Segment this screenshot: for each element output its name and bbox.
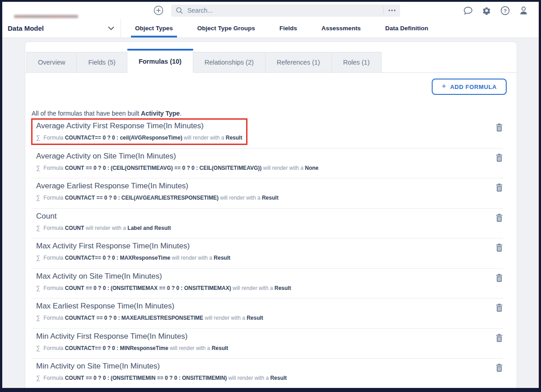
tab[interactable]: Relationships (2) <box>193 52 266 73</box>
formula-title: Min Activity First Response Time(In Minu… <box>36 332 228 341</box>
formula-description: ∑Formula COUNT == 0 ? 0 : (CEIL(ONSITETI… <box>36 164 318 171</box>
user-icon[interactable] <box>518 5 529 16</box>
formula-prefix-label: Formula <box>43 375 63 381</box>
nav-item-label: Assessments <box>322 25 361 32</box>
formula-content: Count ∑Formula COUNT will render with a … <box>31 209 176 231</box>
search-box[interactable] <box>171 5 400 17</box>
search-icon <box>176 7 183 14</box>
sigma-icon: ∑ <box>36 224 40 231</box>
formula-list-item[interactable]: Average Earliest Response Time(In Minute… <box>31 178 503 209</box>
formula-render-type: Result <box>226 135 243 141</box>
formula-expression: COUNTACT == 0 ? 0 : MAXEARLIESTRESPONSET… <box>65 315 203 321</box>
formula-title: Max Activity First Response Time(In Minu… <box>36 242 230 251</box>
formula-content: Average Earliest Response Time(In Minute… <box>31 178 284 201</box>
app-window: ? Data Model Object Types Object Type Gr… <box>2 2 539 388</box>
formula-middle-label: will render with a <box>227 375 270 381</box>
formula-expression: COUNTACT== 0 ? 0 : MAXResponseTime <box>65 255 171 261</box>
formula-middle-label: will render with a <box>203 315 247 321</box>
formula-content: Min Activity First Response Time(In Minu… <box>31 329 233 351</box>
delete-formula-icon[interactable] <box>495 303 503 312</box>
formula-title: Max Activity on Site Time(In Minutes) <box>36 272 291 281</box>
add-icon[interactable] <box>153 5 164 16</box>
nav-item[interactable]: Data Definition <box>373 19 440 37</box>
sigma-icon: ∑ <box>36 345 40 351</box>
chat-icon[interactable] <box>462 5 473 16</box>
formula-prefix-label: Formula <box>43 135 63 141</box>
add-formula-button-label: ADD FORMULA <box>450 84 497 90</box>
tab[interactable]: Overview <box>26 52 77 73</box>
formula-title: Max Earliest Response Time(In Minutes) <box>36 302 263 311</box>
formula-middle-label: will render with a <box>261 165 305 171</box>
nav-item-list: Object Types Object Type Groups Fields A… <box>123 19 440 37</box>
topbar-icon-group: ? <box>462 5 539 16</box>
formula-description: ∑Formula COUNT will render with a Label … <box>36 224 171 231</box>
formula-render-type: Result <box>214 255 230 261</box>
nav-item-label: Fields <box>280 25 297 32</box>
data-model-dropdown-label: Data Model <box>8 24 44 32</box>
tab-label: Overview <box>38 59 65 66</box>
delete-formula-icon[interactable] <box>495 334 503 342</box>
sigma-icon: ∑ <box>36 374 40 381</box>
sigma-icon: ∑ <box>36 134 40 141</box>
module-nav-bar: Data Model Object Types Object Type Grou… <box>2 19 539 38</box>
settings-icon[interactable] <box>481 5 492 16</box>
tab[interactable]: Formulas (10) <box>127 49 193 73</box>
formula-middle-label: will render with a <box>84 225 127 231</box>
add-formula-button[interactable]: + ADD FORMULA <box>432 79 507 95</box>
formula-list-item[interactable]: Average Activity First Response Time(In … <box>31 118 503 149</box>
tab[interactable]: Fields (5) <box>77 52 127 73</box>
formula-list-item[interactable]: Count ∑Formula COUNT will render with a … <box>31 209 503 239</box>
tab-label: Fields (5) <box>88 59 115 66</box>
delete-formula-icon[interactable] <box>495 243 503 252</box>
formula-title: Average Activity on Site Time(In Minutes… <box>36 152 318 161</box>
formula-list: Average Activity First Response Time(In … <box>31 118 503 388</box>
delete-formula-icon[interactable] <box>495 274 503 282</box>
nav-item[interactable]: Object Type Groups <box>185 19 267 37</box>
search-input[interactable] <box>187 6 383 14</box>
formula-title: Average Activity First Response Time(In … <box>36 121 242 131</box>
formula-list-item[interactable]: Min Activity First Response Time(In Minu… <box>31 329 503 359</box>
formula-title: Average Earliest Response Time(In Minute… <box>36 182 279 191</box>
formula-description: ∑Formula COUNTACT == 0 ? 0 : MAXEARLIEST… <box>36 314 263 321</box>
formula-list-item[interactable]: Max Activity on Site Time(In Minutes) ∑F… <box>31 269 503 299</box>
data-model-dropdown[interactable]: Data Model <box>2 19 121 37</box>
delete-formula-icon[interactable] <box>495 364 503 372</box>
tab-label: Relationships (2) <box>205 59 254 66</box>
blurred-logo <box>14 15 78 18</box>
tab[interactable]: Roles (1) <box>332 52 382 73</box>
formula-description: ∑Formula COUNT == 0 ? 0 : (ONSITETIMEMAX… <box>36 285 291 291</box>
help-icon[interactable]: ? <box>499 5 510 16</box>
delete-formula-icon[interactable] <box>495 214 503 222</box>
formula-render-type: Result <box>247 315 263 321</box>
formula-list-item[interactable]: Average Activity on Site Time(In Minutes… <box>31 149 503 179</box>
nav-item[interactable]: Assessments <box>309 19 373 37</box>
nav-item[interactable]: Fields <box>267 19 309 37</box>
tab[interactable]: References (1) <box>266 52 332 73</box>
sigma-icon: ∑ <box>36 164 40 171</box>
formula-render-type: Result <box>275 285 291 291</box>
formula-expression: COUNTACT== 0 ? 0 : MINResponseTime <box>65 345 168 351</box>
formula-prefix-label: Formula <box>43 225 63 231</box>
delete-formula-icon[interactable] <box>495 154 503 162</box>
nav-item[interactable]: Object Types <box>123 19 185 37</box>
formula-expression: COUNT <box>65 225 84 231</box>
formula-expression: COUNTACT == 0 ? 0 : CEIL(AVGEARLIESTRESP… <box>65 195 219 201</box>
formula-content: Max Activity First Response Time(In Minu… <box>31 238 236 261</box>
formula-expression: COUNTACT== 0 ? 0 : ceil(AVGResponseTime) <box>65 135 182 141</box>
tab-label: Roles (1) <box>343 59 370 66</box>
sigma-icon: ∑ <box>36 285 40 291</box>
plus-icon: + <box>442 82 447 91</box>
delete-formula-icon[interactable] <box>495 183 503 192</box>
formula-middle-label: will render with a <box>231 285 275 291</box>
formula-title: Min Activity on Site Time(In Minutes) <box>36 362 287 371</box>
formula-list-item[interactable]: Max Activity First Response Time(In Minu… <box>31 238 503 269</box>
formula-list-item[interactable]: Min Activity on Site Time(In Minutes) ∑F… <box>31 359 503 388</box>
nav-item-label: Object Type Groups <box>197 25 255 32</box>
chevron-down-icon <box>108 26 114 30</box>
content-area: Overview Fields (5) Formulas (10) Relati… <box>2 38 539 388</box>
formula-list-item[interactable]: Max Earliest Response Time(In Minutes) ∑… <box>31 299 503 329</box>
formula-content: Min Activity on Site Time(In Minutes) ∑F… <box>31 359 292 381</box>
more-options-icon[interactable] <box>384 5 400 17</box>
delete-formula-icon[interactable] <box>495 123 503 132</box>
formula-middle-label: will render with a <box>170 255 214 261</box>
